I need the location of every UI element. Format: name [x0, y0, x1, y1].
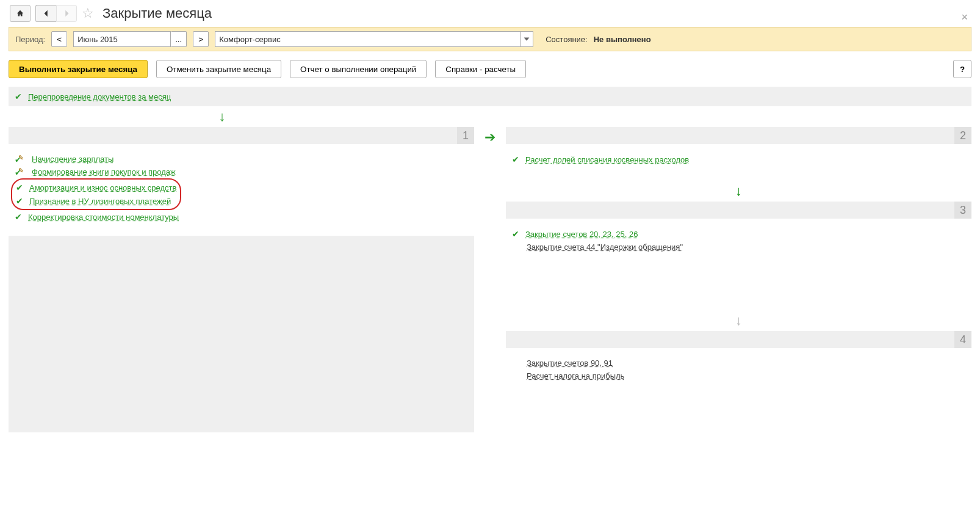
arrow-down-icon: ↓ — [506, 181, 971, 202]
block-number: 2 — [954, 127, 971, 144]
amortization-link[interactable]: Амортизация и износ основных средств — [29, 183, 176, 192]
list-item: ✔ Признание в НУ лизинговых платежей — [16, 194, 176, 208]
arrow-down-icon: ↓ — [9, 106, 436, 127]
references-button[interactable]: Справки - расчеты — [435, 60, 526, 78]
payroll-link[interactable]: Начисление зарплаты — [32, 155, 113, 164]
reprocess-documents-link[interactable]: Перепроведение документов за месяц — [28, 92, 171, 101]
check-icon: ✔ — [512, 155, 519, 164]
cancel-close-button[interactable]: Отменить закрытие месяца — [156, 60, 281, 78]
top-step-bar: ✔ Перепроведение документов за месяц — [9, 87, 971, 106]
list-item: Расчет налога на прибыль — [512, 369, 965, 382]
list-item: Начисление зарплаты — [15, 153, 468, 166]
check-icon: ✔ — [16, 183, 23, 192]
close-accounts-20-link[interactable]: Закрытие счетов 20, 23, 25, 26 — [525, 230, 638, 239]
list-item: Закрытие счета 44 "Издержки обращения" — [512, 241, 965, 253]
block-number: 3 — [954, 202, 971, 219]
run-close-button[interactable]: Выполнить закрытие месяца — [9, 60, 148, 78]
highlight-annotation: ✔ Амортизация и износ основных средств ✔… — [11, 178, 181, 210]
indirect-costs-link[interactable]: Расчет долей списания косвенных расходов — [525, 155, 689, 164]
state-value: Не выполнено — [594, 35, 651, 44]
home-button[interactable] — [10, 5, 31, 22]
arrow-down-icon: ↓ — [506, 310, 971, 331]
check-icon: ✔ — [15, 92, 22, 101]
period-next-button[interactable]: > — [193, 31, 209, 47]
list-item: Закрытие счетов 90, 91 — [512, 357, 965, 369]
close-icon[interactable]: × — [961, 11, 968, 24]
arrow-left-icon — [42, 9, 51, 18]
block-3: 3 ✔ Закрытие счетов 20, 23, 25, 26 Закры… — [506, 202, 971, 310]
check-icon: ✔ — [512, 229, 519, 239]
forward-button[interactable] — [56, 5, 77, 22]
favorite-star-icon[interactable]: ☆ — [82, 5, 94, 21]
period-bar: Период: < Июнь 2015... > Комфорт-сервис … — [9, 27, 971, 51]
block-4: 4 Закрытие счетов 90, 91 Расчет налога н… — [506, 331, 971, 428]
list-item: ✔ Корректировка стоимости номенклатуры — [15, 210, 468, 224]
period-more-button[interactable]: ... — [171, 31, 187, 47]
back-button[interactable] — [35, 5, 56, 22]
block-1: 1 Начисление зарплаты Формирование книги… — [9, 127, 474, 432]
list-item: ✔ Расчет долей списания косвенных расход… — [512, 153, 965, 166]
leasing-recognition-link[interactable]: Признание в НУ лизинговых платежей — [29, 197, 171, 206]
check-pencil-icon — [15, 155, 26, 164]
state-label: Состояние: — [546, 35, 587, 44]
cost-correction-link[interactable]: Корректировка стоимости номенклатуры — [28, 213, 179, 222]
profit-tax-link[interactable]: Расчет налога на прибыль — [527, 371, 624, 380]
period-label: Период: — [15, 35, 45, 44]
check-icon: ✔ — [15, 212, 22, 222]
arrow-right-icon: ➔ — [484, 129, 496, 145]
list-item: ✔ Амортизация и износ основных средств — [16, 181, 176, 194]
help-button[interactable]: ? — [953, 60, 971, 78]
page-title: Закрытие месяца — [103, 5, 212, 21]
close-account-44-link[interactable]: Закрытие счета 44 "Издержки обращения" — [527, 242, 683, 252]
block-number: 4 — [954, 331, 971, 348]
check-pencil-icon — [15, 168, 26, 176]
purchase-sales-book-link[interactable]: Формирование книги покупок и продаж — [32, 167, 176, 176]
period-input[interactable]: Июнь 2015 — [73, 31, 171, 47]
organization-input[interactable]: Комфорт-сервис — [215, 31, 520, 47]
operations-report-button[interactable]: Отчет о выполнении операций — [290, 60, 427, 78]
block-2: 2 ✔ Расчет долей списания косвенных расх… — [506, 127, 971, 181]
organization-dropdown-button[interactable] — [520, 31, 533, 47]
arrow-right-icon — [62, 9, 71, 18]
home-icon — [16, 9, 24, 18]
check-icon: ✔ — [16, 196, 23, 206]
block-number: 1 — [457, 127, 474, 144]
chevron-down-icon — [522, 35, 531, 43]
period-prev-button[interactable]: < — [51, 31, 67, 47]
list-item: Формирование книги покупок и продаж — [15, 166, 468, 178]
close-accounts-90-link[interactable]: Закрытие счетов 90, 91 — [527, 358, 613, 368]
list-item: ✔ Закрытие счетов 20, 23, 25, 26 — [512, 227, 965, 241]
